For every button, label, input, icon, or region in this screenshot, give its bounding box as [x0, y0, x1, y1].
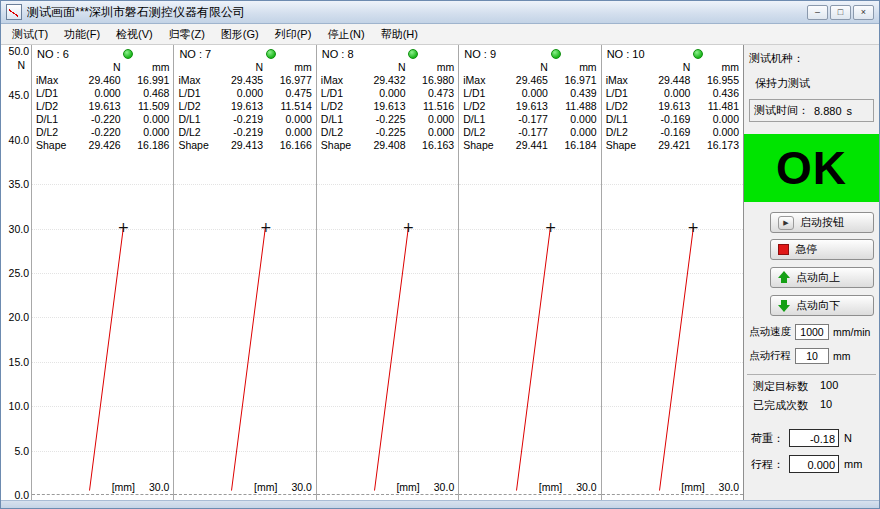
cell-n: -0.220 — [74, 113, 121, 126]
cell-mm: 16.173 — [692, 139, 739, 152]
cell-mm: 16.184 — [550, 139, 597, 152]
menu-item-5[interactable]: 列印(P) — [267, 25, 320, 44]
x-axis-label: [mm] 30.0 — [112, 481, 170, 493]
x-axis-label: [mm] 30.0 — [539, 481, 597, 493]
col-header: mm — [550, 61, 597, 74]
col-header-blank — [36, 61, 72, 74]
panels: + [mm] 30.0 NO : 6 NmmiMax29.46016.991L/… — [31, 45, 743, 503]
measurement-table: NmmiMax29.46016.991L/D10.0000.468L/D219.… — [32, 61, 173, 154]
cell-mm: 0.000 — [550, 126, 597, 139]
panel-7: + [mm] 30.0 NO : 7 NmmiMax29.43516.977L/… — [173, 45, 315, 503]
cell-n: 0.000 — [644, 87, 691, 100]
panel-title: NO : 6 — [37, 48, 69, 60]
menu-item-3[interactable]: 归零(Z) — [161, 25, 213, 44]
cell-n: 19.613 — [359, 100, 406, 113]
row-label: Shape — [606, 139, 642, 152]
completed-count-label: 已完成次数 — [753, 398, 808, 413]
menu-item-7[interactable]: 帮助(H) — [373, 25, 426, 44]
cell-mm: 16.971 — [550, 74, 597, 87]
close-button[interactable]: × — [853, 5, 874, 20]
panel-9: + [mm] 30.0 NO : 9 NmmiMax29.46516.971L/… — [458, 45, 600, 503]
status-indicator-green — [266, 49, 276, 59]
panel-title: NO : 8 — [322, 48, 354, 60]
panel-header: NO : 6 — [32, 45, 173, 61]
peak-marker: + — [260, 219, 272, 235]
cell-n: 29.441 — [501, 139, 548, 152]
y-axis-tick: 10.0 — [9, 400, 29, 412]
status-indicator-green — [551, 49, 561, 59]
col-header: N — [216, 61, 263, 74]
panel-title: NO : 9 — [464, 48, 496, 60]
cell-n: 29.432 — [359, 74, 406, 87]
x-axis-max: 30.0 — [291, 481, 311, 493]
cell-mm: 16.955 — [692, 74, 739, 87]
minimize-button[interactable]: – — [807, 5, 828, 20]
measurement-table: NmmiMax29.43216.980L/D10.0000.473L/D219.… — [317, 61, 458, 154]
row-label: D/L1 — [463, 113, 499, 126]
col-header-blank — [606, 61, 642, 74]
jog-speed-unit: mm/min — [833, 326, 870, 338]
emergency-stop-label: 急停 — [795, 242, 817, 257]
force-curve — [232, 227, 266, 491]
jog-speed-input[interactable] — [795, 324, 829, 340]
menu-item-4[interactable]: 图形(G) — [213, 25, 267, 44]
emergency-stop-button[interactable]: 急停 — [770, 239, 874, 260]
load-unit: N — [844, 432, 852, 444]
cell-mm: 16.980 — [408, 74, 455, 87]
y-axis-tick: 15.0 — [9, 356, 29, 368]
peak-marker: + — [402, 219, 414, 235]
row-label: Shape — [36, 139, 72, 152]
arrow-up-icon — [778, 271, 790, 284]
jog-stroke-unit: mm — [833, 350, 851, 362]
load-readout: -0.18 — [789, 429, 839, 447]
jog-speed-label: 点动速度 — [749, 325, 791, 339]
cell-n: 19.613 — [216, 100, 263, 113]
jog-stroke-input[interactable] — [795, 348, 829, 364]
target-count-value: 100 — [820, 379, 838, 394]
cell-mm: 0.000 — [123, 126, 170, 139]
peak-marker: + — [545, 219, 557, 235]
stop-icon — [778, 244, 789, 255]
cell-mm: 11.516 — [408, 100, 455, 113]
jog-up-button[interactable]: 点动向上 — [770, 267, 874, 288]
measurement-table: NmmiMax29.46516.971L/D10.0000.439L/D219.… — [459, 61, 600, 154]
menu-item-6[interactable]: 停止(N) — [319, 25, 372, 44]
arrow-down-icon — [778, 299, 790, 312]
start-button[interactable]: ▶ 启动按钮 — [770, 212, 874, 233]
cell-mm: 0.000 — [692, 126, 739, 139]
row-label: iMax — [606, 74, 642, 87]
menu-item-2[interactable]: 检视(V) — [108, 25, 161, 44]
jog-stroke-label: 点动行程 — [749, 349, 791, 363]
cell-n: -0.169 — [644, 113, 691, 126]
menu-item-1[interactable]: 功能(F) — [56, 25, 108, 44]
y-axis-tick: 5.0 — [14, 445, 29, 457]
col-header-blank — [321, 61, 357, 74]
menu-item-0[interactable]: 测试(T) — [4, 25, 56, 44]
sidebar-divider — [747, 374, 876, 375]
force-curve — [90, 227, 124, 491]
peak-marker: + — [687, 219, 699, 235]
row-label: L/D2 — [606, 100, 642, 113]
panel-title: NO : 10 — [607, 48, 645, 60]
cell-n: 29.435 — [216, 74, 263, 87]
stroke-row: 行程： 0.000 mm — [749, 455, 874, 473]
cell-mm: 0.468 — [123, 87, 170, 100]
panel-header: NO : 9 — [459, 45, 600, 61]
col-header: mm — [692, 61, 739, 74]
stroke-readout: 0.000 — [789, 455, 839, 473]
jog-down-label: 点动向下 — [796, 298, 840, 313]
y-axis: N 50.045.040.035.030.025.020.015.010.05.… — [1, 45, 31, 503]
x-axis-max: 30.0 — [434, 481, 454, 493]
row-label: D/L2 — [606, 126, 642, 139]
cell-n: 19.613 — [644, 100, 691, 113]
row-label: L/D2 — [321, 100, 357, 113]
jog-down-button[interactable]: 点动向下 — [770, 295, 874, 316]
y-axis-tick: 30.0 — [9, 223, 29, 235]
row-label: Shape — [178, 139, 214, 152]
col-header: mm — [123, 61, 170, 74]
cell-mm: 11.514 — [265, 100, 312, 113]
cell-mm: 11.488 — [550, 100, 597, 113]
maximize-button[interactable]: □ — [830, 5, 851, 20]
measurement-table: NmmiMax29.44816.955L/D10.0000.436L/D219.… — [602, 61, 743, 154]
app-window: 测试画面***深圳市磐石测控仪器有限公司 – □ × 测试(T)功能(F)检视(… — [0, 0, 880, 509]
